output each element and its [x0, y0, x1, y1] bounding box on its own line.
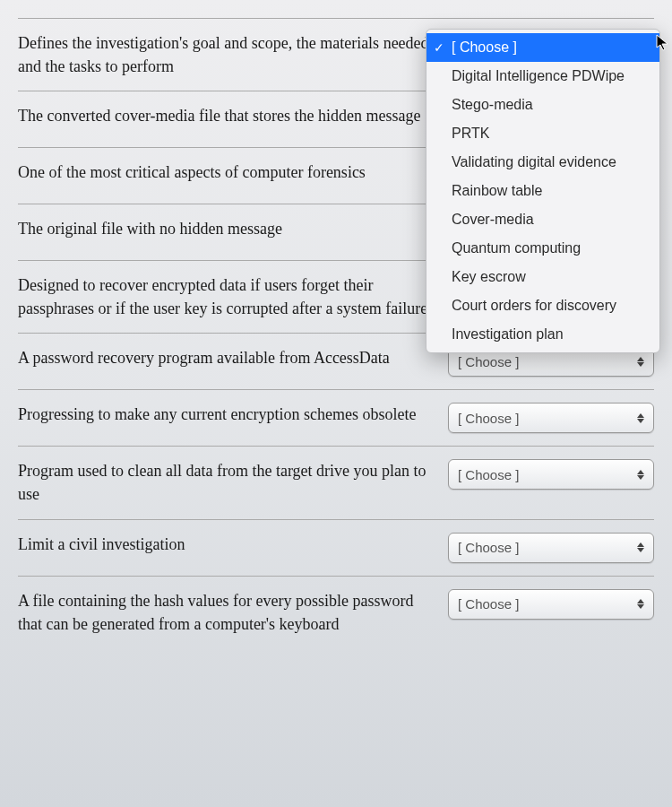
dropdown-option[interactable]: Rainbow table: [426, 177, 659, 205]
answer-select[interactable]: [ Choose ]: [448, 459, 654, 490]
prompt-text: Designed to recover encrypted data if us…: [18, 273, 439, 320]
dropdown-option[interactable]: PRTK: [426, 119, 659, 148]
prompt-text: Progressing to make any current encrypti…: [18, 403, 439, 426]
option-label: Digital Intelligence PDWipe: [452, 68, 625, 83]
select-value: [ Choose ]: [458, 540, 519, 555]
select-wrap: [ Choose ]: [448, 403, 654, 433]
dropdown-option[interactable]: Digital Intelligence PDWipe: [426, 62, 659, 91]
dropdown-option[interactable]: Court orders for discovery: [426, 291, 659, 320]
select-value: [ Choose ]: [458, 596, 519, 612]
updown-caret-icon: [637, 412, 646, 424]
answer-select[interactable]: [ Choose ]: [448, 403, 654, 433]
match-row: Program used to clean all data from the …: [18, 446, 654, 518]
option-label: Court orders for discovery: [452, 298, 616, 313]
option-label: Rainbow table: [452, 183, 542, 198]
answer-select[interactable]: [ Choose ]: [448, 533, 654, 563]
updown-caret-icon: [637, 468, 646, 481]
prompt-text: Defines the investigation's goal and sco…: [18, 31, 439, 78]
prompt-text: Program used to clean all data from the …: [18, 459, 439, 506]
select-value: [ Choose ]: [458, 467, 519, 482]
updown-caret-icon: [637, 355, 646, 368]
match-row: Progressing to make any current encrypti…: [18, 389, 654, 446]
option-label: Stego-media: [452, 97, 533, 112]
prompt-text: A file containing the hash values for ev…: [18, 589, 439, 636]
select-wrap: [ Choose ]: [448, 589, 654, 620]
option-label: Cover-media: [452, 212, 534, 227]
option-label: [ Choose ]: [452, 39, 517, 55]
select-value: [ Choose ]: [458, 411, 519, 426]
prompt-text: The original file with no hidden message: [18, 217, 439, 240]
option-label: PRTK: [452, 126, 489, 141]
dropdown-option[interactable]: Validating digital evidence: [426, 148, 659, 177]
option-label: Key escrow: [452, 269, 526, 284]
prompt-text: The converted cover-media file that stor…: [18, 104, 439, 127]
dropdown-option[interactable]: Stego-media: [426, 91, 659, 119]
answer-dropdown-menu[interactable]: ✓ [ Choose ] Digital Intelligence PDWipe…: [426, 29, 660, 353]
prompt-text: Limit a civil investigation: [18, 533, 439, 556]
dropdown-option[interactable]: Investigation plan: [426, 320, 659, 349]
prompt-text: One of the most critical aspects of comp…: [18, 161, 439, 184]
dropdown-option[interactable]: Quantum computing: [426, 234, 659, 263]
select-wrap: [ Choose ]: [448, 533, 654, 563]
option-label: Investigation plan: [452, 326, 564, 342]
check-icon: ✓: [434, 39, 444, 57]
updown-caret-icon: [637, 598, 646, 611]
answer-select[interactable]: [ Choose ]: [448, 589, 654, 620]
updown-caret-icon: [637, 542, 646, 554]
option-label: Quantum computing: [452, 240, 581, 256]
dropdown-option[interactable]: Key escrow: [426, 263, 659, 291]
select-wrap: [ Choose ]: [448, 459, 654, 490]
dropdown-option[interactable]: Cover-media: [426, 205, 659, 234]
prompt-text: A password recovery program available fr…: [18, 346, 439, 369]
match-row: Limit a civil investigation [ Choose ]: [18, 519, 654, 576]
option-label: Validating digital evidence: [452, 154, 616, 169]
dropdown-option[interactable]: ✓ [ Choose ]: [426, 33, 659, 62]
match-row: A file containing the hash values for ev…: [18, 576, 654, 648]
select-value: [ Choose ]: [458, 354, 519, 369]
